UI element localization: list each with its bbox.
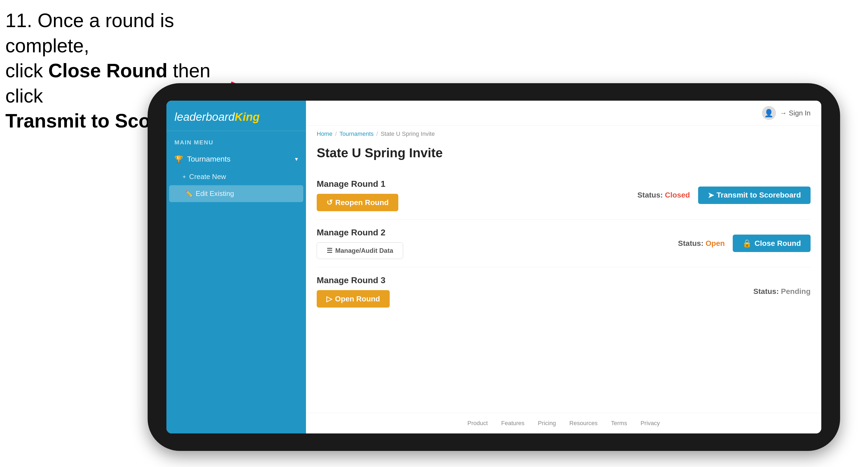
footer-terms[interactable]: Terms [611, 420, 627, 427]
round-2-left: Manage Round 2 ☰ Manage/Audit Data [317, 227, 403, 259]
round-3-title: Manage Round 3 [317, 275, 390, 285]
user-avatar: 👤 [762, 106, 776, 120]
logo-area: leaderboardKing [166, 106, 306, 131]
round-1-status-value: Closed [665, 191, 690, 199]
nav-tournaments-label: Tournaments [187, 155, 230, 163]
breadcrumb-current: State U Spring Invite [380, 130, 435, 137]
tablet-screen: leaderboardKing MAIN MENU 🏆 Tournaments … [166, 101, 821, 433]
open-round-button[interactable]: ▷ Open Round [317, 290, 390, 308]
footer-product[interactable]: Product [467, 420, 488, 427]
close-label: Close Round [754, 239, 801, 248]
sidebar: leaderboardKing MAIN MENU 🏆 Tournaments … [166, 101, 306, 433]
open-label: Open Round [335, 295, 380, 303]
round-2-right: Status: Open 🔒 Close Round [678, 235, 811, 252]
round-3-left: Manage Round 3 ▷ Open Round [317, 275, 390, 308]
round-2-status-value: Open [706, 239, 725, 247]
round-1-section: Manage Round 1 ↺ Reopen Round Status: Cl… [317, 171, 811, 220]
top-bar: 👤 → Sign In [306, 101, 821, 126]
instruction-bold1: Close Round [48, 60, 167, 81]
reopen-round-button[interactable]: ↺ Reopen Round [317, 194, 398, 211]
nav-item-tournaments[interactable]: 🏆 Tournaments ▾ [166, 150, 306, 168]
breadcrumb-tournaments[interactable]: Tournaments [340, 130, 374, 137]
nav-create-new[interactable]: + Create New [166, 168, 306, 185]
round-3-status: Status: Pending [753, 287, 811, 296]
footer: Product Features Pricing Resources Terms… [306, 413, 821, 433]
sign-in-area[interactable]: 👤 → Sign In [762, 106, 811, 120]
chevron-down-icon: ▾ [295, 156, 298, 163]
transmit-to-scoreboard-button[interactable]: ➤ Transmit to Scoreboard [698, 187, 811, 204]
page-title: State U Spring Invite [317, 146, 811, 160]
audit-icon: ☰ [327, 247, 333, 254]
round-3-status-value: Pending [781, 287, 811, 295]
trophy-icon: 🏆 [175, 155, 183, 163]
footer-resources[interactable]: Resources [569, 420, 597, 427]
nav-edit-existing[interactable]: ✏️ Edit Existing [169, 185, 303, 202]
transmit-label: Transmit to Scoreboard [717, 191, 801, 199]
breadcrumb-sep1: / [335, 130, 337, 137]
round-3-right: Status: Pending [753, 287, 811, 296]
close-icon: 🔒 [742, 239, 752, 248]
breadcrumb-home[interactable]: Home [317, 130, 333, 137]
round-1-right: Status: Closed ➤ Transmit to Scoreboard [638, 187, 811, 204]
logo: leaderboardKing [175, 112, 298, 123]
round-2-status: Status: Open [678, 239, 725, 248]
instruction-line1: 11. Once a round is complete, [5, 10, 174, 56]
round-2-section: Manage Round 2 ☰ Manage/Audit Data Statu… [317, 220, 811, 267]
transmit-icon: ➤ [708, 191, 714, 200]
footer-privacy[interactable]: Privacy [641, 420, 660, 427]
round-3-section: Manage Round 3 ▷ Open Round Status: Pend… [317, 267, 811, 316]
reopen-label: Reopen Round [335, 198, 389, 207]
breadcrumb-sep2: / [376, 130, 378, 137]
round-1-left: Manage Round 1 ↺ Reopen Round [317, 179, 398, 211]
manage-audit-button[interactable]: ☰ Manage/Audit Data [317, 242, 403, 259]
plus-icon: + [183, 174, 186, 180]
round-2-title: Manage Round 2 [317, 227, 403, 238]
footer-features[interactable]: Features [501, 420, 524, 427]
breadcrumb: Home / Tournaments / State U Spring Invi… [306, 126, 821, 140]
round-1-title: Manage Round 1 [317, 179, 398, 189]
instruction-line2: click [5, 60, 48, 81]
nav-create-label: Create New [189, 173, 226, 181]
logo-king: King [235, 111, 259, 123]
page-content: State U Spring Invite Manage Round 1 ↺ R… [306, 140, 821, 413]
reopen-icon: ↺ [327, 198, 333, 207]
main-menu-label: MAIN MENU [166, 131, 306, 150]
nav-edit-label: Edit Existing [196, 189, 234, 198]
sign-in-label: → Sign In [780, 109, 811, 117]
edit-icon: ✏️ [185, 190, 192, 197]
logo-normal: leaderboard [175, 111, 235, 123]
footer-pricing[interactable]: Pricing [538, 420, 556, 427]
open-icon: ▷ [327, 294, 332, 303]
logo-text: leaderboardKing [175, 112, 259, 123]
app-layout: leaderboardKing MAIN MENU 🏆 Tournaments … [166, 101, 821, 433]
close-round-button[interactable]: 🔒 Close Round [733, 235, 811, 252]
main-content: 👤 → Sign In Home / Tournaments / State U… [306, 101, 821, 433]
audit-label: Manage/Audit Data [335, 247, 393, 254]
tablet-device: leaderboardKing MAIN MENU 🏆 Tournaments … [148, 83, 840, 451]
round-1-status: Status: Closed [638, 191, 690, 199]
